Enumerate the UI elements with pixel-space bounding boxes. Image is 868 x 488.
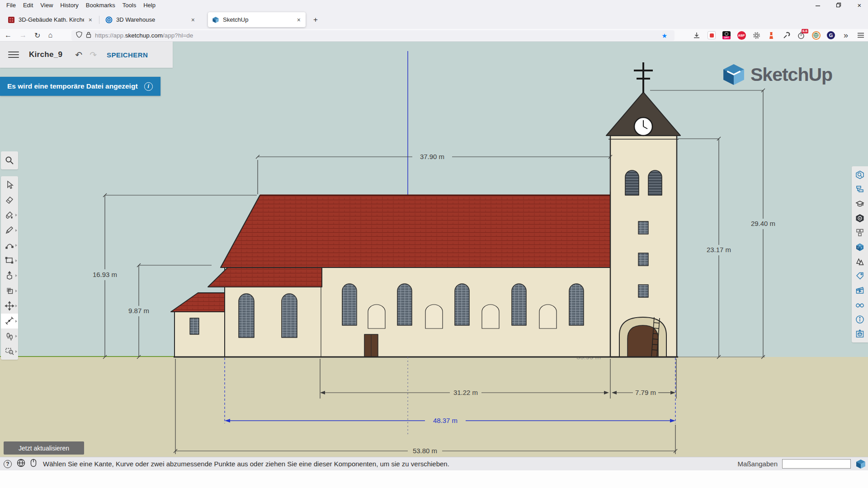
tab-3d-warehouse[interactable]: 3D Warehouse × xyxy=(101,12,200,27)
close-window-button[interactable]: × xyxy=(856,2,863,8)
zoom-window-icon xyxy=(5,346,14,356)
home-icon[interactable]: ⌂ xyxy=(48,31,52,39)
tool-eraser[interactable] xyxy=(1,192,18,208)
tab-sketchup[interactable]: SketchUp × xyxy=(208,12,306,27)
dim-tower-total-height[interactable]: 29.40 m xyxy=(751,220,775,227)
dim-tower-body-height[interactable]: 23.17 m xyxy=(707,246,731,253)
adblock-plus-extension-icon[interactable]: ABP xyxy=(737,31,746,40)
panel-outliner[interactable] xyxy=(852,182,868,197)
url-bar[interactable]: https://app.sketchup.com/app?hl=de ★ xyxy=(71,30,675,41)
close-tab-icon[interactable]: × xyxy=(190,16,196,23)
forward-icon[interactable]: → xyxy=(19,31,27,39)
globe-extension-icon[interactable] xyxy=(811,31,821,40)
model-canvas[interactable]: 35.95 m xyxy=(0,42,868,457)
instructor-graduation-cap-icon xyxy=(855,199,865,209)
sketchup-status-icon xyxy=(855,459,866,469)
dim-roof-width[interactable]: 37.90 m xyxy=(420,153,444,160)
panel-tags[interactable] xyxy=(852,269,868,283)
menu-help[interactable]: Help xyxy=(140,2,159,9)
tab-title: 3D Warehouse xyxy=(116,16,161,23)
restore-button[interactable] xyxy=(835,2,842,8)
turn-off-lights-extension-icon[interactable]: OFF xyxy=(722,31,731,40)
offset-icon xyxy=(5,286,14,296)
lock-icon[interactable] xyxy=(86,32,91,40)
tool-tape-measure[interactable] xyxy=(1,314,18,329)
lighthouse-extension-icon[interactable] xyxy=(767,31,776,40)
tool-paint[interactable] xyxy=(1,207,18,223)
tool-search[interactable] xyxy=(1,151,18,169)
wrench-extension-icon[interactable] xyxy=(782,31,791,40)
menu-history[interactable]: History xyxy=(57,2,82,9)
stylus-extension-icon[interactable] xyxy=(707,31,716,40)
close-tab-icon[interactable]: × xyxy=(296,16,302,23)
minimize-button[interactable] xyxy=(815,2,821,8)
dim-nave-length[interactable]: 31.22 m xyxy=(453,389,478,396)
tape-measure-icon xyxy=(5,316,14,326)
tool-select[interactable] xyxy=(1,177,18,192)
bookmark-star-icon[interactable]: ★ xyxy=(661,32,667,39)
status-bar: ? Wählen Sie eine Kante, Kurve oder zwei… xyxy=(0,457,868,470)
dim-tower-width[interactable]: 7.79 m xyxy=(635,389,656,396)
panel-ar-view[interactable] xyxy=(852,327,868,341)
menu-bookmarks[interactable]: Bookmarks xyxy=(82,2,119,9)
info-icon[interactable]: i xyxy=(144,82,153,91)
menu-file[interactable]: File xyxy=(3,2,19,9)
app-menu-icon[interactable] xyxy=(856,31,865,40)
dim-aisle-height[interactable]: 9.87 m xyxy=(128,307,149,314)
paint-bucket-icon xyxy=(5,210,14,220)
tool-arc[interactable] xyxy=(1,238,18,253)
tool-line[interactable] xyxy=(1,223,18,238)
save-button[interactable]: SPEICHERN xyxy=(107,51,148,59)
arc-icon xyxy=(5,240,14,250)
tool-offset[interactable] xyxy=(1,283,18,299)
panel-entity-info[interactable] xyxy=(852,168,868,182)
flyout-arrow-icon xyxy=(15,305,17,307)
panel-display[interactable] xyxy=(852,298,868,312)
overflow-chevrons-icon[interactable]: » xyxy=(841,31,850,40)
temporary-file-banner: Es wird eine temporäre Datei angezeigt i xyxy=(0,77,160,96)
panel-materials[interactable] xyxy=(852,240,868,254)
panel-components[interactable] xyxy=(852,225,868,240)
flyout-arrow-icon xyxy=(15,229,17,232)
measurements-input[interactable] xyxy=(782,459,851,469)
gear-extension-icon[interactable] xyxy=(752,31,761,40)
tool-move[interactable] xyxy=(1,298,18,314)
reload-icon[interactable]: ↻ xyxy=(34,31,40,40)
close-tab-icon[interactable]: × xyxy=(88,16,93,23)
tool-zoom[interactable] xyxy=(1,344,18,359)
tool-shape[interactable] xyxy=(1,253,18,268)
tool-walk[interactable] xyxy=(1,328,18,344)
menu-edit[interactable]: Edit xyxy=(19,2,37,9)
dim-total-length[interactable]: 53.80 m xyxy=(413,447,437,455)
update-now-button[interactable]: Jetzt aktualisieren xyxy=(4,441,84,455)
g-circle-extension-icon[interactable]: G xyxy=(826,31,835,40)
undo-icon[interactable]: ↶ xyxy=(75,50,82,60)
tab-building-page[interactable]: 3D-Gebäude Kath. Kirche St.Ste × xyxy=(4,12,97,27)
panel-styles[interactable] xyxy=(852,254,868,269)
panel-instructor[interactable] xyxy=(852,197,868,211)
shield-icon[interactable] xyxy=(76,31,82,40)
language-globe-icon[interactable] xyxy=(17,459,25,469)
help-icon[interactable]: ? xyxy=(4,460,12,468)
dim-selected-length[interactable]: 48.37 m xyxy=(433,417,458,424)
sketchup-logo-text: SketchUp xyxy=(750,64,832,85)
menu-view[interactable]: View xyxy=(37,2,57,9)
back-icon[interactable]: ← xyxy=(5,31,12,39)
menu-tools[interactable]: Tools xyxy=(119,2,140,9)
outliner-icon xyxy=(855,184,865,194)
tool-push-pull[interactable] xyxy=(1,268,18,283)
hamburger-menu-icon[interactable] xyxy=(8,52,19,58)
navigation-bar: ← → ↻ ⌂ https://app.sketchup.com/app?hl=… xyxy=(0,29,868,42)
redo-icon[interactable]: ↷ xyxy=(90,50,97,60)
mouse-icon[interactable] xyxy=(30,459,37,469)
panel-model-info[interactable] xyxy=(852,312,868,327)
new-tab-button[interactable]: + xyxy=(310,14,321,25)
panel-scenes[interactable] xyxy=(852,283,868,298)
pencil-icon xyxy=(5,225,14,235)
timer-extension-icon[interactable]: 6.6 xyxy=(797,31,806,40)
flyout-arrow-icon xyxy=(15,259,17,262)
push-pull-icon xyxy=(5,271,14,281)
download-icon[interactable] xyxy=(692,31,701,40)
panel-3d-warehouse[interactable] xyxy=(852,211,868,225)
dim-ridge-height[interactable]: 16.93 m xyxy=(93,271,117,278)
